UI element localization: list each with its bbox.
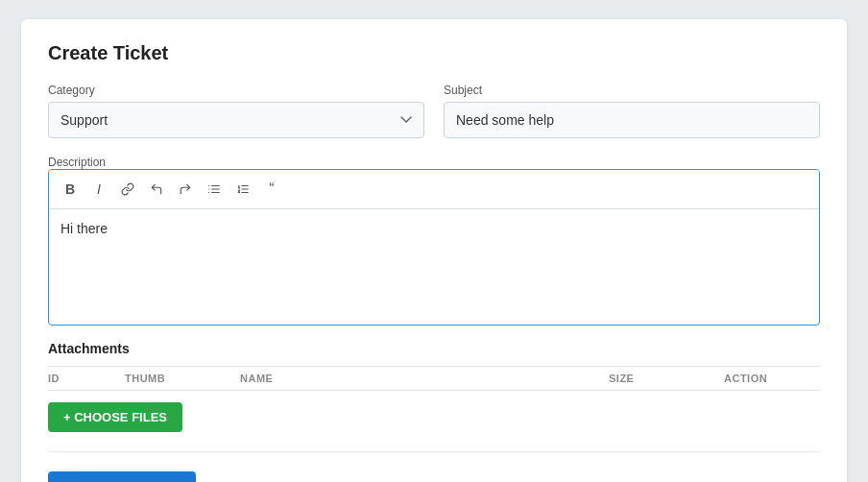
link-icon [121,182,134,196]
col-thumb: THUMB [125,373,240,384]
create-ticket-card: Create Ticket Category Support Billing T… [21,19,847,482]
redo-icon [179,182,192,196]
description-group: Description B I [48,154,820,325]
editor-toolbar: B I [49,170,819,209]
col-id: ID [48,373,125,384]
subject-label: Subject [444,84,820,97]
description-label: Description [48,156,106,169]
ordered-list-icon [236,182,250,196]
undo-icon [150,182,163,196]
bold-button[interactable]: B [57,176,84,203]
unordered-list-icon [207,182,221,196]
redo-button[interactable] [172,176,199,203]
col-action: ACTION [724,373,820,384]
italic-button[interactable]: I [85,176,112,203]
attachments-section: Attachments ID THUMB NAME SIZE ACTION + … [48,341,820,432]
description-editor[interactable]: Hi there [49,209,819,325]
subject-group: Subject [444,84,820,138]
category-subject-row: Category Support Billing Technical Gener… [48,84,820,138]
editor-container: B I [48,169,820,325]
col-name: NAME [240,373,609,384]
category-group: Category Support Billing Technical Gener… [48,84,424,138]
page-title: Create Ticket [48,42,820,64]
col-size: SIZE [609,373,724,384]
subject-input[interactable] [444,102,820,138]
attachments-title: Attachments [48,341,820,356]
choose-files-button[interactable]: + CHOOSE FILES [48,402,182,432]
link-button[interactable] [114,176,141,203]
attachments-table-header: ID THUMB NAME SIZE ACTION [48,366,820,391]
undo-button[interactable] [143,176,170,203]
category-select[interactable]: Support Billing Technical General [48,102,424,138]
divider [48,451,820,452]
ordered-list-button[interactable] [229,176,256,203]
unordered-list-button[interactable] [201,176,228,203]
blockquote-button[interactable]: “ [258,176,285,203]
category-label: Category [48,84,424,97]
create-ticket-button[interactable]: CREATE TICKET [48,471,196,482]
